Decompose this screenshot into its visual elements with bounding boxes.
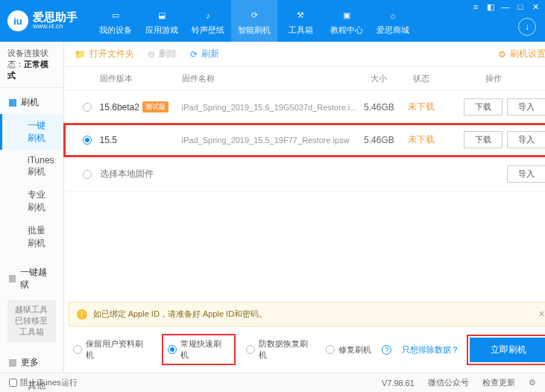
menu-icon[interactable]: ≡	[470, 2, 481, 12]
gear-icon: ⚙	[498, 49, 506, 60]
row-radio[interactable]	[75, 103, 100, 112]
main-pane: 📁打开文件夹 ⊖删除 ⟳刷新 ⚙刷机设置 固件版本 固件名称 大小 状态 操作 …	[64, 42, 545, 373]
download-button[interactable]: 下载	[464, 98, 503, 116]
check-update-link[interactable]: 检查更新	[482, 377, 515, 388]
window-controls: ≡ ◧ — □ ✕	[470, 2, 541, 12]
sidebar: 设备连接状态：正常模式 刷机 一键刷机 iTunes刷机 专业刷机 批量刷机 一…	[0, 42, 64, 373]
mode-anti-recovery[interactable]: 防数据恢复刷机	[246, 338, 316, 361]
trash-icon: ⊖	[148, 49, 155, 60]
close-icon[interactable]: ✕	[530, 2, 541, 12]
app-icon: ⬓	[154, 8, 169, 23]
import-button[interactable]: 导入	[507, 131, 545, 148]
import-button[interactable]: 导入	[507, 98, 545, 116]
sidebar-head-jailbreak[interactable]: 一键越狱	[0, 261, 63, 297]
version-label: V7.98.61	[382, 379, 415, 388]
nav-apps[interactable]: ⬓应用游戏	[139, 0, 185, 42]
fw-status: 未下载	[401, 133, 441, 146]
sidebar-item-itunes[interactable]: iTunes刷机	[0, 150, 63, 183]
download-button[interactable]: 下载	[464, 131, 503, 148]
nav-ringtones[interactable]: ♪铃声壁纸	[185, 0, 231, 42]
fw-version: 15.6beta2	[100, 102, 139, 113]
flash-mode-row: 保留用户资料刷机 常规快速刷机 防数据恢复刷机 修复刷机 ? 只想排除数据？ 立…	[64, 326, 545, 373]
table-header: 固件版本 固件名称 大小 状态 操作	[64, 67, 545, 91]
beta-tag: 测试版	[142, 101, 168, 113]
fw-name: iPad_Spring_2019_15.6_19G5037d_Restore.i…	[182, 103, 357, 112]
titlebar: iu 爱思助手 www.i4.cn ▭我的设备 ⬓应用游戏 ♪铃声壁纸 ⟳智能刷…	[0, 0, 545, 42]
logo-icon: iu	[7, 10, 28, 31]
flash-now-button[interactable]: 立即刷机	[470, 338, 545, 362]
sidebar-item-batch[interactable]: 批量刷机	[0, 219, 63, 255]
fw-name: iPad_Spring_2019_15.5_19F77_Restore.ipsw	[182, 136, 357, 145]
fw-status: 未下载	[401, 101, 441, 113]
phone-icon: ▭	[108, 8, 123, 23]
mode-normal[interactable]: 常规快速刷机	[168, 338, 230, 361]
th-version: 固件版本	[100, 73, 182, 84]
flash-settings-button[interactable]: ⚙刷机设置	[498, 48, 545, 60]
settings-icon[interactable]: ⚙	[529, 378, 536, 388]
connection-status: 设备连接状态：正常模式	[0, 42, 63, 88]
th-name: 固件名称	[182, 73, 357, 84]
main-nav: ▭我的设备 ⬓应用游戏 ♪铃声壁纸 ⟳智能刷机 ⚒工具箱 ▣教程中心 ⌂爱思商城	[92, 0, 416, 42]
firmware-row[interactable]: 15.5 iPad_Spring_2019_15.5_19F77_Restore…	[64, 124, 545, 157]
warning-icon: !	[77, 309, 87, 320]
nav-store[interactable]: ⌂爱思商城	[370, 0, 416, 42]
toolbar: 📁打开文件夹 ⊖删除 ⟳刷新 ⚙刷机设置	[64, 42, 545, 67]
row-radio[interactable]	[75, 170, 100, 179]
fw-size: 5.46GB	[356, 135, 401, 145]
maximize-icon[interactable]: □	[515, 2, 526, 12]
nav-flash[interactable]: ⟳智能刷机	[231, 0, 277, 42]
cart-icon: ⌂	[385, 8, 400, 23]
delete-button[interactable]: ⊖删除	[148, 48, 177, 60]
exclude-data-link[interactable]: 只想排除数据？	[402, 344, 459, 355]
minimize-icon[interactable]: —	[500, 2, 511, 12]
wechat-link[interactable]: 微信公众号	[428, 377, 469, 388]
sidebar-item-pro[interactable]: 专业刷机	[0, 183, 63, 219]
sidebar-head-more[interactable]: 更多	[0, 351, 63, 374]
sidebar-head-flash[interactable]: 刷机	[0, 91, 63, 114]
help-icon[interactable]: ?	[382, 345, 391, 355]
fw-version: 15.5	[100, 135, 117, 145]
th-size: 大小	[356, 73, 401, 84]
skin-icon[interactable]: ◧	[485, 2, 496, 12]
square-icon	[9, 99, 16, 107]
th-status: 状态	[401, 73, 441, 84]
nav-my-device[interactable]: ▭我的设备	[92, 0, 139, 42]
square-icon	[9, 359, 16, 367]
local-firmware-label: 选择本地固件	[100, 168, 154, 180]
notice-text: 如已绑定 Apple ID，请准备好 Apple ID和密码。	[93, 309, 268, 320]
local-firmware-row[interactable]: 选择本地固件 导入	[64, 157, 545, 192]
import-button[interactable]: 导入	[507, 165, 545, 183]
notice-close-icon[interactable]: ✕	[538, 309, 545, 319]
sidebar-item-oneclick[interactable]: 一键刷机	[0, 114, 63, 150]
block-itunes-checkbox[interactable]: 阻止iTunes运行	[9, 377, 78, 388]
row-radio[interactable]	[75, 136, 100, 145]
download-manager-icon[interactable]: ↓	[518, 18, 536, 36]
nav-tutorials[interactable]: ▣教程中心	[324, 0, 370, 42]
refresh-icon: ⟳	[247, 8, 262, 23]
refresh-icon: ⟳	[190, 49, 198, 60]
statusbar: 阻止iTunes运行 V7.98.61 微信公众号 检查更新 ⚙	[0, 373, 545, 392]
app-subtitle: www.i4.cn	[33, 23, 78, 31]
mode-keep-data[interactable]: 保留用户资料刷机	[73, 338, 151, 361]
folder-icon: 📁	[75, 49, 86, 60]
square-icon	[9, 275, 16, 282]
app-logo: iu 爱思助手 www.i4.cn	[7, 10, 78, 31]
mode-repair[interactable]: 修复刷机	[326, 344, 371, 355]
open-folder-button[interactable]: 📁打开文件夹	[75, 48, 134, 60]
firmware-row[interactable]: 15.6beta2测试版 iPad_Spring_2019_15.6_19G50…	[64, 91, 545, 124]
nav-toolbox[interactable]: ⚒工具箱	[277, 0, 324, 42]
toolbox-icon: ⚒	[293, 8, 308, 23]
music-icon: ♪	[201, 8, 215, 23]
app-title: 爱思助手	[33, 11, 78, 24]
book-icon: ▣	[339, 8, 354, 23]
fw-size: 5.46GB	[356, 102, 401, 113]
refresh-button[interactable]: ⟳刷新	[190, 48, 219, 60]
th-ops: 操作	[441, 73, 545, 84]
appleid-notice: ! 如已绑定 Apple ID，请准备好 Apple ID和密码。 ✕	[69, 302, 545, 326]
jailbreak-note: 越狱工具已转移至工具箱	[7, 300, 56, 342]
